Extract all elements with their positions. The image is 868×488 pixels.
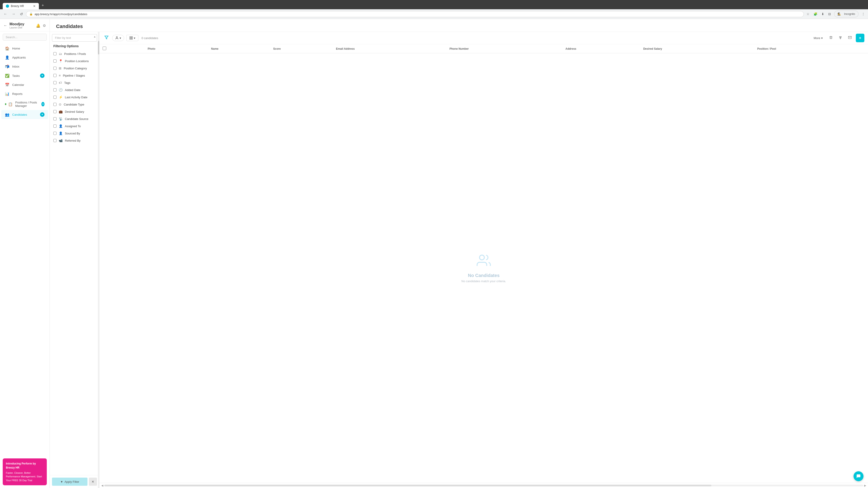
search-input[interactable] (3, 34, 47, 41)
chat-bubble-button[interactable] (854, 471, 864, 481)
filter-option-added-date[interactable]: 🕐 Added Date (52, 86, 97, 94)
assigned-to-checkbox[interactable] (53, 125, 57, 128)
sidebar-promo[interactable]: Introducing Perform by Breezy HR Faster,… (3, 458, 47, 486)
back-button[interactable]: ← (2, 11, 8, 17)
pipeline-stages-icon: ≡ (59, 74, 61, 77)
new-tab-button[interactable]: + (39, 2, 46, 9)
filter-option-label: Desired Salary (65, 110, 84, 113)
candidate-type-checkbox[interactable] (53, 103, 57, 106)
sidebar-back-button[interactable]: ← (4, 24, 7, 28)
active-filter-button[interactable] (103, 34, 110, 42)
candidate-source-icon: 📡 (59, 117, 63, 121)
filter-option-candidate-type[interactable]: ⊙ Candidate Type (52, 101, 97, 108)
merge-candidates-button[interactable] (837, 34, 844, 41)
select-all-checkbox[interactable] (103, 46, 106, 50)
more-button[interactable]: More ▾ (811, 35, 825, 41)
tab-close-button[interactable]: ✕ (33, 4, 36, 8)
filter-option-pipeline-stages[interactable]: ≡ Pipeline / Stages (52, 72, 97, 79)
address-text: app.breezy.hr/app/c/moodjoy/candidates (35, 12, 87, 16)
filter-option-assigned-to[interactable]: 👤 Assigned To (52, 123, 97, 130)
filter-option-label: Assigned To (65, 125, 81, 128)
positions-badge: + (41, 102, 44, 106)
svg-rect-2 (130, 37, 131, 38)
sidebar-item-label: Home (12, 47, 20, 50)
filter-option-position-locations[interactable]: 📍 Position Locations (52, 57, 97, 65)
last-activity-checkbox[interactable] (53, 96, 57, 99)
brand-user: Lauren Dell (9, 26, 34, 29)
applicants-icon: 👤 (5, 55, 9, 60)
filter-option-sourced-by[interactable]: 👤 Sourced By (52, 130, 97, 137)
settings-icon[interactable]: ⚙ (43, 24, 46, 28)
candidates-count: 0 candidates (142, 36, 158, 40)
notification-icon[interactable]: 🔔 (36, 24, 40, 28)
active-tab[interactable]: Breezy HR ✕ (3, 3, 39, 9)
referred-by-checkbox[interactable] (53, 139, 57, 142)
sidebar-item-label: Positions / Pools Manager (16, 101, 39, 107)
filter-options-list: 🗂 Positions / Pools 📍 Position Locations… (50, 49, 99, 475)
add-candidate-button[interactable]: + (856, 34, 864, 42)
filter-scrollbar[interactable] (98, 32, 99, 488)
sidebar: ← Moodjoy Lauren Dell 🔔 ⚙ 🏠 Home 👤 Appli… (0, 19, 50, 488)
tab-title: Breezy HR (11, 4, 24, 8)
forward-button[interactable]: → (10, 11, 17, 17)
person-filter-button[interactable]: ▾ (112, 35, 124, 41)
table-toolbar: ▾ ▾ 0 candidates More ▾ (99, 32, 868, 44)
position-category-icon: ⊞ (59, 66, 61, 70)
address-bar[interactable]: 🔒 app.breezy.hr/app/c/moodjoy/candidates (26, 11, 804, 17)
filter-option-desired-salary[interactable]: 💼 Desired Salary (52, 108, 97, 115)
filter-option-positions-pools[interactable]: 🗂 Positions / Pools (52, 50, 97, 57)
download-icon[interactable]: ⬇ (820, 11, 825, 17)
status-dot (5, 103, 6, 105)
incognito-button[interactable]: 🕵 Incognito (834, 11, 859, 18)
menu-icon[interactable]: ⋮ (861, 11, 866, 17)
sourced-by-checkbox[interactable] (53, 132, 57, 135)
position-locations-checkbox[interactable] (53, 59, 57, 63)
filter-option-candidate-source[interactable]: 📡 Candidate Source (52, 115, 97, 123)
split-view-icon[interactable]: ⊟ (827, 11, 832, 17)
filter-option-referred-by[interactable]: 📹 Referred By (52, 137, 97, 144)
table-area: ▾ ▾ 0 candidates More ▾ (99, 32, 868, 488)
filter-text-input[interactable] (52, 34, 97, 41)
desired-salary-checkbox[interactable] (53, 110, 57, 113)
filter-option-last-activity[interactable]: ⚡ Last Activity Date (52, 94, 97, 101)
sidebar-item-calendar[interactable]: 📅 Calendar (1, 80, 48, 89)
sidebar-item-inbox[interactable]: 📬 Inbox (1, 62, 48, 71)
promo-title: Introducing Perform by Breezy HR (6, 462, 43, 470)
delete-button[interactable] (827, 34, 835, 41)
sidebar-item-home[interactable]: 🏠 Home (1, 44, 48, 53)
position-locations-icon: 📍 (59, 59, 63, 63)
scroll-right-arrow[interactable]: ▶ (864, 484, 866, 487)
sidebar-item-candidates[interactable]: 👥 Candidates + (1, 110, 48, 119)
last-activity-icon: ⚡ (59, 95, 63, 99)
positions-pools-checkbox[interactable] (53, 52, 57, 55)
empty-icon (476, 253, 491, 270)
extensions-icon[interactable]: 🧩 (813, 11, 818, 17)
horizontal-scrollbar[interactable] (104, 485, 863, 486)
main-content: Candidates ▲ Filtering Options 🗂 Positio… (50, 19, 868, 488)
filter-scroll-up-icon: ▲ (93, 35, 96, 38)
photo-column: Photo (145, 44, 208, 53)
filter-option-position-category[interactable]: ⊞ Position Category (52, 65, 97, 72)
sidebar-item-label: Reports (12, 92, 23, 96)
position-category-checkbox[interactable] (53, 67, 57, 70)
sidebar-item-reports[interactable]: 📊 Reports (1, 90, 48, 98)
email-button[interactable] (846, 34, 854, 41)
sidebar-icons: 🔔 ⚙ (36, 24, 46, 28)
sidebar-item-tasks[interactable]: ✅ Tasks + (1, 71, 48, 80)
tags-checkbox[interactable] (53, 81, 57, 84)
scroll-left-arrow[interactable]: ◀ (101, 484, 103, 487)
added-date-checkbox[interactable] (53, 88, 57, 92)
bookmark-icon[interactable]: ☆ (806, 11, 810, 17)
candidates-table: Photo Name Score Email Address Phone Num… (99, 44, 868, 53)
page-title: Candidates (56, 24, 862, 29)
sidebar-item-label: Calendar (12, 83, 24, 87)
sidebar-item-positions-pools[interactable]: 📋 Positions / Pools Manager + (1, 98, 48, 110)
filter-option-tags[interactable]: 🏷 Tags (52, 79, 97, 86)
reload-button[interactable]: ↺ (19, 11, 24, 17)
candidate-source-checkbox[interactable] (53, 117, 57, 121)
pipeline-stages-checkbox[interactable] (53, 74, 57, 77)
clear-filter-button[interactable]: ✕ (89, 478, 97, 486)
view-filter-button[interactable]: ▾ (126, 35, 138, 41)
apply-filter-button[interactable]: ▼ Apply Filter (52, 478, 88, 486)
sidebar-item-applicants[interactable]: 👤 Applicants (1, 53, 48, 62)
